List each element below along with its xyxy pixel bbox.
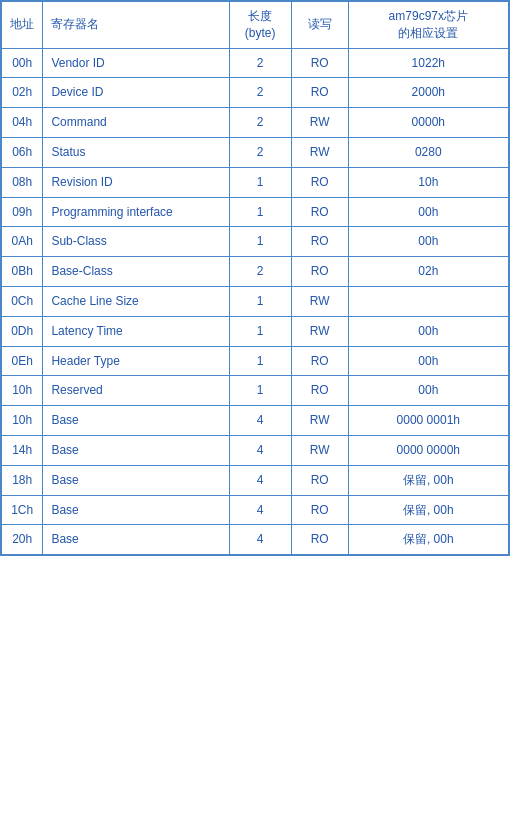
cell-name: Base [43, 435, 229, 465]
cell-addr: 0Eh [2, 346, 43, 376]
cell-addr: 04h [2, 108, 43, 138]
cell-rw: RO [291, 167, 348, 197]
cell-addr: 10h [2, 406, 43, 436]
cell-len: 4 [229, 495, 291, 525]
cell-len: 1 [229, 197, 291, 227]
cell-val: 00h [348, 316, 508, 346]
table-row: 00hVendor ID2RO1022h [2, 48, 509, 78]
cell-len: 4 [229, 465, 291, 495]
table-row: 1ChBase4RO保留, 00h [2, 495, 509, 525]
cell-rw: RO [291, 197, 348, 227]
cell-name: Base-Class [43, 257, 229, 287]
cell-name: Device ID [43, 78, 229, 108]
cell-val: 0280 [348, 137, 508, 167]
cell-rw: RO [291, 48, 348, 78]
table-row: 02hDevice ID2RO2000h [2, 78, 509, 108]
cell-val: 00h [348, 376, 508, 406]
cell-addr: 00h [2, 48, 43, 78]
cell-name: Base [43, 525, 229, 555]
cell-len: 4 [229, 435, 291, 465]
cell-val: 02h [348, 257, 508, 287]
cell-name: Base [43, 465, 229, 495]
cell-val: 10h [348, 167, 508, 197]
cell-addr: 0Ch [2, 286, 43, 316]
cell-rw: RO [291, 257, 348, 287]
cell-rw: RO [291, 465, 348, 495]
cell-val: 2000h [348, 78, 508, 108]
header-name: 寄存器名 [43, 2, 229, 49]
header-val: am79c97x芯片的相应设置 [348, 2, 508, 49]
cell-len: 2 [229, 257, 291, 287]
table-row: 10hBase4RW0000 0001h [2, 406, 509, 436]
cell-rw: RW [291, 108, 348, 138]
table-row: 0DhLatency Time1RW00h [2, 316, 509, 346]
cell-addr: 08h [2, 167, 43, 197]
cell-val: 保留, 00h [348, 465, 508, 495]
cell-name: Programming interface [43, 197, 229, 227]
cell-name: Base [43, 495, 229, 525]
cell-name: Header Type [43, 346, 229, 376]
cell-val: 0000 0000h [348, 435, 508, 465]
cell-rw: RO [291, 346, 348, 376]
cell-name: Reserved [43, 376, 229, 406]
cell-addr: 09h [2, 197, 43, 227]
cell-name: Vendor ID [43, 48, 229, 78]
cell-len: 2 [229, 108, 291, 138]
cell-name: Latency Time [43, 316, 229, 346]
cell-val [348, 286, 508, 316]
table-row: 06hStatus2RW0280 [2, 137, 509, 167]
cell-rw: RW [291, 435, 348, 465]
cell-name: Command [43, 108, 229, 138]
cell-addr: 1Ch [2, 495, 43, 525]
table-row: 09hProgramming interface1RO00h [2, 197, 509, 227]
cell-val: 00h [348, 346, 508, 376]
cell-len: 1 [229, 286, 291, 316]
cell-rw: RW [291, 286, 348, 316]
header-rw: 读写 [291, 2, 348, 49]
table-row: 0EhHeader Type1RO00h [2, 346, 509, 376]
cell-rw: RO [291, 376, 348, 406]
cell-rw: RW [291, 316, 348, 346]
table-row: 0ChCache Line Size1RW [2, 286, 509, 316]
cell-len: 2 [229, 78, 291, 108]
table-row: 0AhSub-Class1RO00h [2, 227, 509, 257]
cell-len: 1 [229, 376, 291, 406]
cell-rw: RW [291, 137, 348, 167]
cell-val: 保留, 00h [348, 525, 508, 555]
cell-addr: 0Dh [2, 316, 43, 346]
cell-name: Base [43, 406, 229, 436]
table-row: 08hRevision ID1RO10h [2, 167, 509, 197]
cell-len: 1 [229, 167, 291, 197]
header-len: 长度(byte) [229, 2, 291, 49]
cell-addr: 06h [2, 137, 43, 167]
cell-len: 1 [229, 316, 291, 346]
cell-len: 1 [229, 227, 291, 257]
cell-val: 00h [348, 197, 508, 227]
table-row: 14hBase4RW0000 0000h [2, 435, 509, 465]
table-header-row: 地址 寄存器名 长度(byte) 读写 am79c97x芯片的相应设置 [2, 2, 509, 49]
cell-name: Cache Line Size [43, 286, 229, 316]
cell-rw: RO [291, 78, 348, 108]
table-body: 00hVendor ID2RO1022h02hDevice ID2RO2000h… [2, 48, 509, 555]
cell-name: Status [43, 137, 229, 167]
cell-len: 2 [229, 48, 291, 78]
cell-name: Revision ID [43, 167, 229, 197]
header-addr: 地址 [2, 2, 43, 49]
cell-len: 4 [229, 406, 291, 436]
cell-val: 0000h [348, 108, 508, 138]
cell-addr: 10h [2, 376, 43, 406]
cell-rw: RO [291, 495, 348, 525]
table-row: 18hBase4RO保留, 00h [2, 465, 509, 495]
register-table-container: 地址 寄存器名 长度(byte) 读写 am79c97x芯片的相应设置 00hV… [0, 0, 510, 556]
table-row: 20hBase4RO保留, 00h [2, 525, 509, 555]
cell-val: 1022h [348, 48, 508, 78]
cell-name: Sub-Class [43, 227, 229, 257]
cell-len: 2 [229, 137, 291, 167]
cell-rw: RO [291, 227, 348, 257]
table-row: 10hReserved1RO00h [2, 376, 509, 406]
cell-rw: RO [291, 525, 348, 555]
cell-len: 4 [229, 525, 291, 555]
table-row: 04hCommand2RW0000h [2, 108, 509, 138]
cell-rw: RW [291, 406, 348, 436]
cell-val: 0000 0001h [348, 406, 508, 436]
